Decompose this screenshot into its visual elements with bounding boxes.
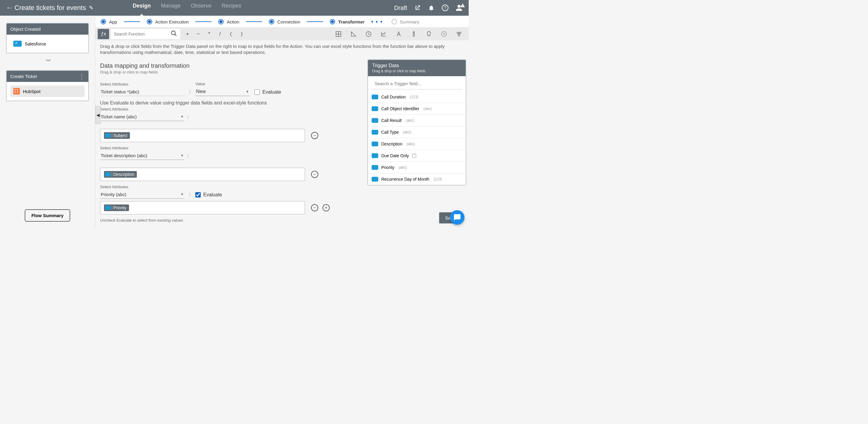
remove-row-button[interactable]: −: [311, 204, 318, 211]
trigger-field-item[interactable]: Call Duration(123): [368, 91, 466, 103]
user-icon[interactable]: [456, 4, 463, 11]
tab-manage[interactable]: Manage: [161, 3, 181, 13]
trigger-field-item[interactable]: Priority(abc): [368, 161, 466, 173]
trigger-field-type: (abc): [399, 165, 407, 169]
step-connection[interactable]: Connection: [269, 19, 300, 24]
salesforce-logo-icon: [372, 106, 378, 111]
evaluate-checkbox-1[interactable]: Evaluate: [254, 90, 281, 96]
trigger-field-name: Call Duration: [381, 95, 406, 99]
field-chip-description[interactable]: Description: [104, 171, 137, 178]
settings-icon[interactable]: [456, 30, 463, 38]
tab-design[interactable]: Design: [133, 3, 151, 13]
evaluate-input[interactable]: [195, 192, 201, 198]
category-icons: [335, 30, 466, 38]
step-app[interactable]: App: [101, 19, 117, 24]
trigger-field-item[interactable]: Description(abc): [368, 138, 466, 150]
trigger-field-item[interactable]: Call Type(abc): [368, 126, 466, 138]
clock-icon[interactable]: [365, 30, 372, 38]
op-lparen[interactable]: (: [225, 31, 236, 37]
function-search[interactable]: [111, 29, 180, 39]
step-separator: [124, 21, 140, 22]
trigger-search-input[interactable]: [371, 78, 463, 90]
kebab-menu-icon[interactable]: ⋮: [79, 74, 85, 79]
bell-icon[interactable]: [428, 4, 435, 11]
op-minus[interactable]: −: [193, 31, 204, 37]
remove-row-button[interactable]: −: [311, 132, 318, 139]
chevron-down-icon: ▼: [181, 115, 184, 118]
value-select-status[interactable]: New ▼: [195, 87, 250, 96]
trigger-card-header: Object Created: [7, 24, 88, 35]
math-icon[interactable]: [335, 30, 342, 38]
add-row-button[interactable]: +: [322, 204, 330, 211]
trigger-card-title: Object Created: [10, 27, 41, 32]
mapping-input-ticket-name[interactable]: Subject: [100, 129, 305, 142]
app-label: HubSpot: [23, 89, 40, 94]
evaluate-input[interactable]: [254, 90, 260, 95]
search-icon[interactable]: [170, 30, 177, 38]
open-external-icon[interactable]: [414, 4, 421, 11]
svg-rect-7: [413, 33, 414, 36]
op-multiply[interactable]: *: [204, 31, 215, 37]
flow-connector-icon: ︾: [6, 55, 89, 70]
op-divide[interactable]: /: [215, 31, 225, 37]
trigger-field-item[interactable]: Due Date Only: [368, 150, 466, 161]
svg-point-10: [457, 32, 459, 34]
tab-recipes[interactable]: Recipes: [221, 3, 241, 13]
flow-summary-button[interactable]: Flow Summary: [25, 209, 70, 222]
op-rparen[interactable]: ): [236, 31, 247, 37]
operator-buttons: + − * / ( ): [182, 31, 247, 37]
action-card[interactable]: Create Ticket ⋮ HubSpot: [6, 70, 89, 101]
trigger-card[interactable]: Object Created Salesforce: [6, 23, 89, 53]
mapping-input-priority[interactable]: Priority: [100, 201, 305, 215]
attr-select-ticket-description[interactable]: Ticket description (abc) ▼: [100, 152, 184, 160]
action-card-header: Create Ticket ⋮: [7, 71, 88, 82]
back-arrow-icon[interactable]: ←: [6, 4, 14, 12]
trigger-field-item[interactable]: Recurrence Day of Month(123): [368, 173, 466, 185]
trigger-field-type: (123): [434, 177, 442, 181]
chat-bubble-button[interactable]: [450, 210, 464, 225]
salesforce-chip-icon: [105, 206, 111, 210]
attr-select-priority[interactable]: Priority (abc) ▼: [100, 190, 184, 199]
info-icon[interactable]: [410, 30, 417, 38]
salesforce-logo-icon: [372, 118, 378, 123]
op-plus[interactable]: +: [182, 31, 193, 37]
step-action[interactable]: Action: [218, 19, 239, 24]
trigger-field-name: Call Result: [381, 118, 402, 123]
field-chip-priority[interactable]: Priority: [104, 204, 129, 211]
step-transformer[interactable]: Transformer: [330, 19, 365, 24]
mapping-input-ticket-description[interactable]: Description: [100, 168, 305, 181]
collapse-sidebar-handle[interactable]: ◀: [95, 106, 101, 124]
header-tabs: Design Manage Observe Recipes: [133, 3, 241, 13]
fx-icon[interactable]: ƒx: [98, 29, 109, 39]
attr-select-status[interactable]: Ticket status *(abc): [100, 88, 184, 96]
chevron-down-icon: ▼: [246, 90, 249, 93]
evaluate-checkbox-priority[interactable]: Evaluate: [195, 192, 222, 199]
attr-select-ticket-name[interactable]: Ticket name (abc) ▼: [100, 112, 184, 121]
time-zone-icon[interactable]: [440, 30, 447, 38]
app-row-hubspot[interactable]: HubSpot: [10, 86, 85, 97]
function-search-input[interactable]: [114, 32, 170, 36]
step-summary[interactable]: Summary: [392, 19, 419, 24]
trigger-field-item[interactable]: Call Object Identifier(abc): [368, 103, 466, 115]
app-row-salesforce[interactable]: Salesforce: [10, 38, 85, 49]
remove-row-button[interactable]: −: [311, 171, 318, 178]
edit-icon[interactable]: ✎: [89, 4, 93, 11]
trigger-title: Trigger Data: [372, 63, 461, 68]
step-action-execution[interactable]: Action Execution: [147, 19, 189, 24]
text-icon[interactable]: [395, 30, 402, 38]
trigger-field-name: Call Object Identifier: [381, 106, 419, 111]
chart-icon[interactable]: [380, 30, 387, 38]
svg-point-12: [458, 34, 460, 36]
lightbulb-icon[interactable]: [425, 30, 433, 38]
tab-observe[interactable]: Observe: [191, 3, 211, 13]
trigger-field-list[interactable]: Call Duration(123)Call Object Identifier…: [368, 91, 466, 185]
evaluate-hint: Use Evaluate to derive value using trigg…: [100, 100, 363, 106]
help-icon[interactable]: ?: [441, 4, 449, 11]
trigger-field-name: Recurrence Day of Month: [381, 177, 430, 182]
value-label: Value: [195, 81, 250, 86]
angle-icon[interactable]: [350, 30, 357, 38]
trigger-field-item[interactable]: Call Result(abc): [368, 115, 466, 126]
step-separator: [246, 21, 262, 22]
field-chip-subject[interactable]: Subject: [104, 132, 130, 139]
mapping-title: Data mapping and transformation: [100, 62, 363, 69]
